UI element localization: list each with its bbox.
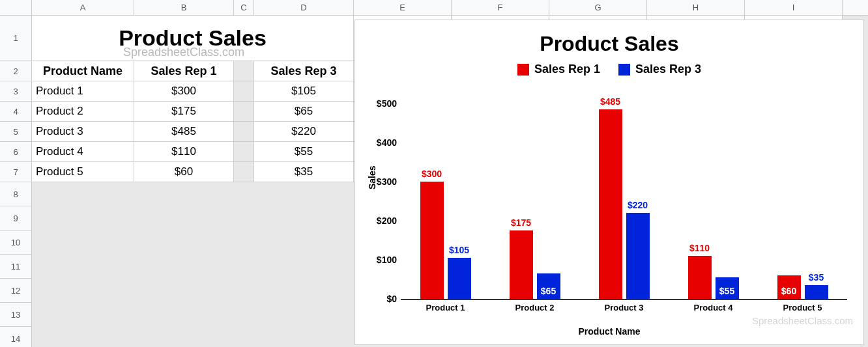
empty-cell[interactable] xyxy=(234,162,254,182)
row-header[interactable]: 3 xyxy=(0,81,32,102)
chart-bar xyxy=(599,109,622,299)
chart-category-label: Product 1 xyxy=(413,303,478,312)
table-cell-rep3[interactable]: $105 xyxy=(254,81,354,102)
empty-cell[interactable] xyxy=(234,142,254,162)
chart-y-tick: $300 xyxy=(377,176,401,187)
table-cell-rep1[interactable]: $300 xyxy=(134,81,234,102)
legend-swatch-icon xyxy=(618,64,630,76)
row-header[interactable]: 11 xyxy=(0,255,32,279)
row-header[interactable]: 7 xyxy=(0,162,32,182)
legend-label: Sales Rep 3 xyxy=(635,62,701,76)
legend-swatch-icon xyxy=(517,64,529,76)
chart-category-label: Product 5 xyxy=(770,303,835,312)
row-header[interactable]: 10 xyxy=(0,230,32,255)
chart-y-tick: $0 xyxy=(386,294,401,304)
chart-y-axis-label: Sales xyxy=(367,165,377,189)
table-cell-product-name[interactable]: Product 5 xyxy=(32,162,134,182)
chart-bar-label: $485 xyxy=(595,96,626,107)
chart-bar-label: $60 xyxy=(777,286,801,296)
row-header[interactable]: 14 xyxy=(0,327,32,347)
corner-cell xyxy=(0,0,32,15)
chart-bar xyxy=(510,230,533,299)
column-header[interactable]: A xyxy=(32,0,134,15)
column-header[interactable]: E xyxy=(354,0,452,15)
chart-baseline xyxy=(401,299,847,300)
legend-label: Sales Rep 1 xyxy=(534,62,600,76)
column-header[interactable]: F xyxy=(452,0,549,15)
chart-title: Product Sales xyxy=(355,32,863,56)
row-header[interactable]: 13 xyxy=(0,303,32,327)
table-cell-rep1[interactable]: $60 xyxy=(134,162,234,182)
table-header-rep3[interactable]: Sales Rep 3 xyxy=(254,61,354,81)
chart-bar-label: $110 xyxy=(684,243,716,253)
legend-item-rep3: Sales Rep 3 xyxy=(618,62,701,76)
chart-bar-label: $35 xyxy=(801,272,832,283)
row-header[interactable]: 8 xyxy=(0,182,32,206)
row-header[interactable]: 6 xyxy=(0,142,32,162)
column-header[interactable]: H xyxy=(647,0,745,15)
chart-bar-label: $220 xyxy=(622,200,654,210)
row-header-column: 1234567891011121314 xyxy=(0,16,32,347)
chart-plot-area: $0$100$200$300$400$500Product 1$300$105P… xyxy=(401,104,847,299)
row-header[interactable]: 5 xyxy=(0,122,32,142)
column-header[interactable]: B xyxy=(134,0,234,15)
chart-y-tick: $500 xyxy=(377,98,401,109)
chart-container[interactable]: Product Sales Sales Rep 1 Sales Rep 3 Sa… xyxy=(354,20,864,345)
table-cell-rep1[interactable]: $110 xyxy=(134,142,234,162)
column-header-row: ABCDEFGHI xyxy=(0,0,868,16)
chart-y-tick: $200 xyxy=(377,215,401,226)
table-cell-product-name[interactable]: Product 1 xyxy=(32,81,134,102)
table-cell-product-name[interactable]: Product 4 xyxy=(32,142,134,162)
table-cell-rep1[interactable]: $485 xyxy=(134,122,234,142)
table-header-product-name[interactable]: Product Name xyxy=(32,61,134,81)
chart-category-label: Product 4 xyxy=(681,303,746,312)
row-header[interactable]: 4 xyxy=(0,102,32,122)
chart-x-axis-label: Product Name xyxy=(355,326,863,337)
row-header[interactable]: 12 xyxy=(0,279,32,303)
chart-bar xyxy=(448,258,471,299)
table-cell-rep1[interactable]: $175 xyxy=(134,102,234,122)
chart-bar xyxy=(688,256,712,299)
table-watermark: SpreadsheetClass.com xyxy=(123,46,244,59)
chart-y-tick: $400 xyxy=(377,137,401,148)
chart-category-label: Product 3 xyxy=(592,303,657,312)
chart-category-label: Product 2 xyxy=(502,303,568,312)
chart-bar xyxy=(805,285,828,299)
table-header-rep1[interactable]: Sales Rep 1 xyxy=(134,61,234,81)
chart-bar-label: $65 xyxy=(537,286,560,296)
chart-bar-label: $105 xyxy=(444,245,475,255)
column-header[interactable]: G xyxy=(549,0,647,15)
column-header[interactable]: D xyxy=(254,0,354,15)
table-cell-product-name[interactable]: Product 3 xyxy=(32,122,134,142)
chart-bar xyxy=(420,182,444,299)
chart-bar-label: $300 xyxy=(416,169,448,179)
chart-watermark: SpreadsheetClass.com xyxy=(752,315,853,326)
table-cell-rep3[interactable]: $55 xyxy=(254,142,354,162)
table-cell-rep3[interactable]: $35 xyxy=(254,162,354,182)
row-header[interactable]: 1 xyxy=(0,16,32,61)
row-header[interactable]: 2 xyxy=(0,61,32,81)
chart-y-tick: $100 xyxy=(377,255,401,265)
chart-bar-label: $55 xyxy=(716,286,739,296)
table-cell-rep3[interactable]: $65 xyxy=(254,102,354,122)
column-header[interactable]: I xyxy=(745,0,843,15)
table-cell-rep3[interactable]: $220 xyxy=(254,122,354,142)
empty-cell[interactable] xyxy=(234,122,254,142)
column-header[interactable]: C xyxy=(234,0,254,15)
chart-bar-label: $175 xyxy=(506,217,537,228)
chart-legend: Sales Rep 1 Sales Rep 3 xyxy=(355,62,863,76)
table-cell-product-name[interactable]: Product 2 xyxy=(32,102,134,122)
row-header[interactable]: 9 xyxy=(0,206,32,230)
chart-bar xyxy=(626,213,650,299)
empty-cell[interactable] xyxy=(234,102,254,122)
legend-item-rep1: Sales Rep 1 xyxy=(517,62,600,76)
empty-cell[interactable] xyxy=(234,61,254,81)
empty-cell[interactable] xyxy=(234,81,254,102)
